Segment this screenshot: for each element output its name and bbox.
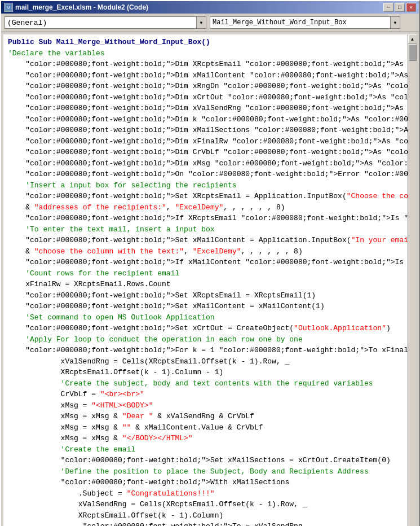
code-line: xMsg = xMsg & "" & xMailContent.Value & … [8,422,403,433]
code-line: 'Set command to open MS Outlook Applicat… [8,312,403,323]
title-bar: M mail_merge_Excel.xlsm - Module2 (Code)… [1,1,419,14]
svg-text:M: M [7,5,11,10]
scroll-track [408,43,417,526]
code-line: "color:#000080;font-weight:bold;">Dim xM… [8,158,403,169]
toolbar: (General) ▼ Mail_Merge_Without_Word_Inpu… [1,14,419,32]
code-line: 'Define the position to place the Subjec… [8,466,403,477]
procedure-dropdown[interactable]: Mail_Merge_Without_Word_Input_Box ▼ [210,16,400,29]
code-line: XRcptsEmail.Offset(k - 1).Column) [8,510,403,521]
code-line: "color:#000080;font-weight:bold;">Dim xR… [8,81,403,92]
code-line: "color:#000080;font-weight:bold;">Dim k … [8,114,403,125]
code-line: & "choose the column with the text:", "E… [8,246,403,257]
code-line: "color:#000080;font-weight:bold;">Dim xF… [8,136,403,147]
code-line: "color:#000080;font-weight:bold;">If XRc… [8,213,403,224]
code-line: Public Sub Mail_Merge_Without_Word_Input… [8,37,403,48]
code-line: 'Create the subject, body and text conte… [8,378,403,389]
code-line: "color:#000080;font-weight:bold;">With x… [8,477,403,488]
code-line: & "addresses of the recipients:", "Excel… [8,202,403,213]
code-content[interactable]: Public Sub Mail_Merge_Without_Word_Input… [3,34,408,526]
code-line: "color:#000080;font-weight:bold;">Set xC… [8,323,403,334]
code-line: "color:#000080;font-weight:bold;">Dim xV… [8,103,403,114]
code-line: "color:#000080;font-weight:bold;">If xMa… [8,257,403,268]
code-line: xValSendRng = Cells(XRcptsEmail.Offset(k… [8,499,403,510]
code-line: xMsg = "<HTML><BODY>" [8,400,403,411]
vertical-scrollbar[interactable]: ▲ ▼ [408,34,417,526]
code-line: CrVbLf = "<br><br>" [8,389,403,400]
code-line: ."color:#000080;font-weight:bold;">To = … [8,521,403,526]
window-title: mail_merge_Excel.xlsm - Module2 (Code) [15,3,148,11]
code-line: 'To enter the text mail, insert a input … [8,224,403,235]
code-line: "color:#000080;font-weight:bold;">Set xM… [8,455,403,466]
code-line: xMsg = xMsg & "</BODY></HTML>" [8,433,403,444]
code-line: "color:#000080;font-weight:bold;">On "co… [8,169,403,180]
combo2-arrow[interactable]: ▼ [390,16,400,29]
code-line: "color:#000080;font-weight:bold;">Set xM… [8,235,403,246]
scroll-thumb[interactable] [409,44,417,61]
combo2-value: Mail_Merge_Without_Word_Input_Box [210,16,390,29]
code-line: xValSendRng = Cells(XRcptsEmail.Offset(k… [8,356,403,367]
code-line: "color:#000080;font-weight:bold;">Dim XR… [8,59,403,70]
code-line: XRcptsEmail.Offset(k - 1).Column - 1) [8,367,403,378]
window-icon: M [4,3,13,12]
code-line: 'Insert a input box for selecting the re… [8,180,403,191]
code-line: "color:#000080;font-weight:bold;">Set XR… [8,191,403,202]
code-area: Public Sub Mail_Merge_Without_Word_Input… [3,34,417,526]
code-line: xFinalRw = XRcptsEmail.Rows.Count [8,279,403,290]
general-dropdown[interactable]: (General) ▼ [5,16,206,29]
title-buttons: ─ □ ✕ [383,3,416,12]
combo1-value: (General) [5,16,196,29]
code-line: "color:#000080;font-weight:bold;">Set xM… [8,301,403,312]
minimize-button[interactable]: ─ [383,3,394,12]
code-line: 'Declare the variables [8,48,403,59]
combo1-arrow[interactable]: ▼ [196,16,206,29]
code-line: "color:#000080;font-weight:bold;">Dim xM… [8,70,403,81]
maximize-button[interactable]: □ [395,3,405,12]
code-line: "color:#000080;font-weight:bold;">For k … [8,345,403,356]
main-window: M mail_merge_Excel.xlsm - Module2 (Code)… [0,0,420,526]
code-line: "color:#000080;font-weight:bold;">Dim xC… [8,92,403,103]
code-line: .Subject = "Congratulations!!!" [8,488,403,499]
close-button[interactable]: ✕ [406,3,416,12]
code-line: "color:#000080;font-weight:bold;">Set XR… [8,290,403,301]
code-line: 'Create the email [8,444,403,455]
code-line: 'Count rows for the recipient email [8,268,403,279]
code-line: "color:#000080;font-weight:bold;">Dim Cr… [8,147,403,158]
code-line: xMsg = xMsg & "Dear " & xValSendRng & Cr… [8,411,403,422]
title-bar-left: M mail_merge_Excel.xlsm - Module2 (Code) [4,3,148,12]
code-line: 'Apply For loop to conduct the operation… [8,334,403,345]
scroll-up-button[interactable]: ▲ [408,34,417,43]
code-line: "color:#000080;font-weight:bold;">Dim xM… [8,125,403,136]
